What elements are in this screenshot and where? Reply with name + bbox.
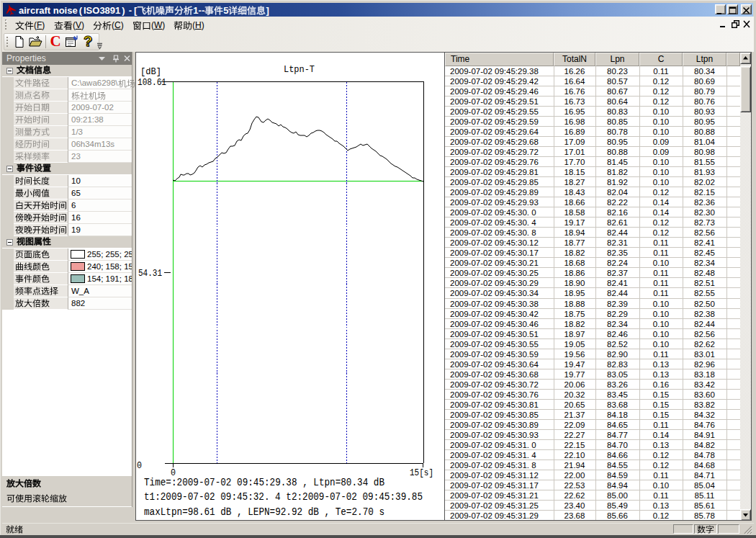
svg-text:54.31: 54.31 <box>138 268 162 279</box>
svg-text:Time=:2009-07-02 09:45:29.38 ,: Time=:2009-07-02 09:45:29.38 , Ltpn=80.3… <box>144 476 384 489</box>
svg-text:Ltpn-T: Ltpn-T <box>284 64 315 75</box>
svg-text:maxLtpn=98.61 dB , LEPN=92.92: maxLtpn=98.61 dB , LEPN=92.92 dB , Te=2.… <box>144 506 384 519</box>
svg-text:108.61: 108.61 <box>138 77 166 88</box>
svg-text:0: 0 <box>137 460 142 471</box>
svg-text:15[s]: 15[s] <box>410 467 433 478</box>
svg-text:t1:2009-07-02 09:45:32. 4 t2:2: t1:2009-07-02 09:45:32. 4 t2:2009-07-02 … <box>144 490 423 503</box>
svg-text:[dB]: [dB] <box>140 66 161 77</box>
